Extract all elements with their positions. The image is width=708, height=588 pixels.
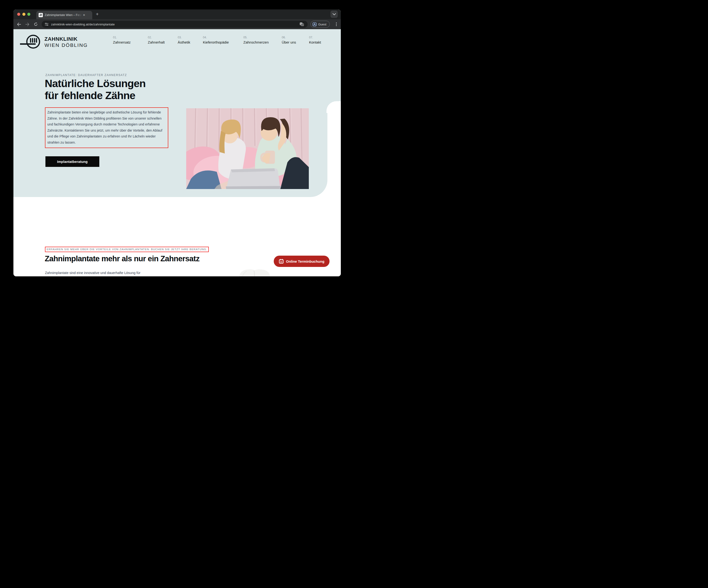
toothbrush-logo-icon (20, 33, 42, 51)
back-button[interactable] (16, 19, 22, 29)
nav-item-zahnschmerzen[interactable]: 05. Zahnschmerzen (243, 36, 269, 44)
nav-item-ueber-uns[interactable]: 06. Über uns (282, 36, 296, 44)
hero-photo (186, 108, 309, 189)
traffic-lights (17, 13, 30, 16)
favicon-logo-icon (39, 13, 42, 17)
nav-item-kieferorthopaedie[interactable]: 04. Kieferorthopädie (203, 36, 229, 44)
nav-item-aesthetik[interactable]: 03. Ästhetik (178, 36, 190, 44)
nav-item-zahnersatz[interactable]: 01. Zahnersatz (113, 36, 130, 44)
hero-paragraph: Zahnimplantate bieten eine langlebige un… (47, 110, 166, 145)
implant-consultation-button[interactable]: Implantatberatung (46, 156, 99, 167)
hero-eyebrow: ZAHNIMPLANTATE: DAUERHAFTER ZAHNERSATZ (46, 74, 127, 77)
page-content: ZAHNKLINIK WIEN DÖBLING 01. Zahnersatz 0… (13, 29, 341, 276)
kebab-menu-icon (336, 22, 337, 26)
minimize-window-button[interactable] (22, 13, 25, 16)
hero-title: Natürliche Lösungen für fehlende Zähne (45, 78, 146, 102)
tab-title-fade (76, 13, 82, 18)
tab-search-button[interactable] (330, 10, 338, 18)
hero-background-strip (326, 29, 341, 113)
logo-text-line2: WIEN DÖBLING (45, 42, 88, 48)
zoom-window-button[interactable] (27, 13, 30, 16)
reload-button[interactable] (33, 19, 39, 29)
browser-window: Zahnimplantate Wien – Fester Zahnersatz … (13, 9, 341, 276)
calendar-icon (279, 259, 284, 264)
browser-menu-button[interactable] (333, 19, 339, 29)
browser-tab[interactable]: Zahnimplantate Wien – Fester Zahnersatz … (36, 11, 92, 19)
forward-button[interactable] (24, 19, 30, 29)
nav-item-kontakt[interactable]: 07. Kontakt (309, 36, 321, 44)
site-favicon (38, 13, 43, 17)
section-eyebrow-highlight-box: ERFAHREN SIE MEHR ÜBER DIE VORTEILE VON … (45, 247, 209, 252)
url-text[interactable]: zahnklinik-wien-doebling.at/de/zahnimpla… (51, 23, 300, 26)
guest-label: Guest (318, 23, 326, 26)
guest-profile-button[interactable]: Guest (311, 21, 330, 28)
section-title: Zahnimplantate mehr als nur ein Zahnersa… (45, 254, 200, 263)
address-bar[interactable]: zahnklinik-wien-doebling.at/de/zahnimpla… (42, 21, 307, 28)
translate-icon[interactable]: GA (300, 22, 304, 26)
browser-toolbar: zahnklinik-wien-doebling.at/de/zahnimpla… (13, 19, 341, 29)
site-controls-icon (45, 23, 49, 26)
screenshot-canvas: Zahnimplantate Wien – Fester Zahnersatz … (0, 0, 354, 294)
clinic-logo[interactable]: ZAHNKLINIK WIEN DÖBLING (20, 33, 88, 51)
new-tab-button[interactable]: + (96, 11, 99, 17)
forward-arrow-icon (25, 23, 29, 26)
section-eyebrow: ERFAHREN SIE MEHR ÜBER DIE VORTEILE VON … (47, 248, 207, 251)
logo-text-line1: ZAHNKLINIK (45, 36, 88, 42)
guest-avatar-icon (313, 22, 317, 26)
hero-paragraph-highlight-box: Zahnimplantate bieten eine langlebige un… (45, 107, 168, 148)
nav-item-zahnerhalt[interactable]: 02. Zahnerhalt (148, 36, 165, 44)
tooth-illustration (237, 269, 272, 276)
svg-text:A: A (302, 24, 303, 26)
online-booking-button[interactable]: Online Terminbuchung (274, 256, 329, 267)
tab-strip: Zahnimplantate Wien – Fester Zahnersatz … (13, 9, 341, 19)
close-window-button[interactable] (17, 13, 20, 16)
section-paragraph: Zahnimplantate sind eine innovative und … (45, 271, 140, 275)
back-arrow-icon (17, 23, 21, 26)
reload-icon (34, 22, 38, 26)
two-women-laptop-illustration (186, 108, 309, 189)
tab-close-icon[interactable]: ✕ (83, 13, 85, 17)
chevron-down-icon (332, 13, 336, 15)
